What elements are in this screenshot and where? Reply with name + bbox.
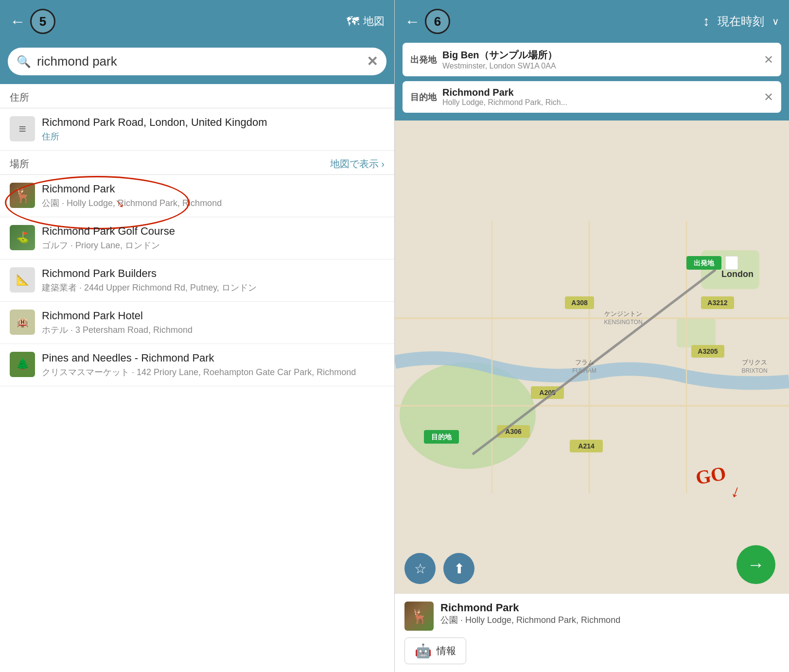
dest-clear-button[interactable]: ✕	[764, 90, 773, 104]
info-button[interactable]: 🤖 情報	[404, 638, 466, 664]
address-result-text: Richmond Park Road, London, United Kingd…	[42, 116, 385, 142]
richmond-park-title: Richmond Park	[42, 183, 385, 195]
golf-course-result[interactable]: ⛳ Richmond Park Golf Course ゴルフ · Priory…	[0, 217, 394, 259]
map-label: 地図	[363, 14, 385, 29]
current-time-label[interactable]: 現在時刻	[718, 14, 764, 29]
address-icon: ≡	[10, 116, 35, 141]
address-section-label: 住所	[0, 84, 394, 108]
back-button[interactable]: ←	[10, 13, 25, 31]
address-result-item[interactable]: ≡ Richmond Park Road, London, United Kin…	[0, 108, 394, 151]
pines-icon: 🌲	[10, 352, 35, 377]
origin-address: Westminster, London SW1A 0AA	[442, 62, 758, 70]
pines-subtitle: クリスマスマーケット · 142 Priory Lane, Roehampton…	[42, 366, 385, 378]
right-panel: ← 6 ↕ 現在時刻 ∨ 出発地 Big Ben（サンプル場所） Westmin…	[395, 0, 789, 672]
show-map-link[interactable]: 地図で表示 ›	[330, 157, 385, 171]
origin-value: Big Ben（サンプル場所） Westminster, London SW1A…	[442, 49, 758, 70]
richmond-park-result[interactable]: 🦌 Richmond Park 公園 · Holly Lodge, Richmo…	[0, 175, 394, 217]
svg-text:ブリクス: ブリクス	[742, 359, 767, 366]
search-input[interactable]: richmond park	[37, 54, 361, 69]
place-name: Richmond Park	[440, 602, 779, 614]
right-header-center: ↕ 現在時刻 ∨	[703, 14, 779, 29]
richmond-park-text: Richmond Park 公園 · Holly Lodge, Richmond…	[42, 183, 385, 209]
pines-title: Pines and Needles - Richmond Park	[42, 352, 385, 364]
go-arrow-icon: →	[747, 554, 765, 575]
chevron-down-icon[interactable]: ∨	[772, 16, 779, 27]
svg-text:出発地: 出発地	[694, 259, 715, 267]
search-bar[interactable]: 🔍 richmond park ✕	[8, 48, 386, 75]
golf-subtitle: ゴルフ · Priory Lane, ロンドン	[42, 240, 385, 251]
dest-field[interactable]: 目的地 Richmond Park Holly Lodge, Richmond …	[403, 81, 781, 113]
builders-result[interactable]: 📐 Richmond Park Builders 建築業者 · 244d Upp…	[0, 259, 394, 302]
map-area[interactable]: A308 A3212 A3205 A205 A306 A214 ケンジントン K…	[395, 121, 789, 594]
hotel-icon: 🏨	[10, 310, 35, 335]
route-inputs: 出発地 Big Ben（サンプル場所） Westminster, London …	[395, 43, 789, 121]
bottom-panel: 🦌 Richmond Park 公園 · Holly Lodge, Richmo…	[395, 594, 789, 672]
hotel-subtitle: ホテル · 3 Petersham Road, Richmond	[42, 324, 385, 336]
header-right: 🗺 地図	[347, 14, 385, 29]
svg-text:BRIXTON: BRIXTON	[741, 367, 767, 374]
golf-title: Richmond Park Golf Course	[42, 225, 385, 238]
step-indicator: 5	[30, 9, 55, 34]
search-icon: 🔍	[17, 55, 31, 69]
origin-name: Big Ben（サンプル場所）	[442, 49, 758, 62]
svg-text:A3212: A3212	[707, 299, 727, 307]
star-icon: ☆	[414, 561, 426, 577]
svg-text:フラム: フラム	[575, 359, 594, 366]
place-info-row: 🦌 Richmond Park 公園 · Holly Lodge, Richmo…	[404, 602, 779, 631]
right-step-indicator: 6	[425, 9, 450, 34]
dest-value: Richmond Park Holly Lodge, Richmond Park…	[442, 87, 758, 107]
info-label: 情報	[437, 644, 456, 657]
share-icon: ⬆	[454, 561, 465, 577]
deer-thumbnail: 🦌	[10, 183, 35, 208]
svg-text:KENSINGTON: KENSINGTON	[604, 319, 642, 326]
hotel-title: Richmond Park Hotel	[42, 310, 385, 322]
svg-text:A214: A214	[578, 442, 595, 450]
origin-clear-button[interactable]: ✕	[764, 53, 773, 67]
dest-name: Richmond Park	[442, 87, 758, 98]
search-bar-container: 🔍 richmond park ✕	[0, 43, 394, 84]
svg-text:目的地: 目的地	[431, 433, 452, 441]
places-label: 場所	[10, 157, 29, 171]
svg-text:FULHAM: FULHAM	[572, 367, 596, 374]
svg-text:A308: A308	[571, 299, 588, 307]
origin-field[interactable]: 出発地 Big Ben（サンプル場所） Westminster, London …	[403, 43, 781, 76]
right-header-left: ← 6	[404, 9, 450, 34]
right-back-button[interactable]: ←	[404, 13, 420, 31]
place-thumbnail: 🦌	[404, 602, 434, 631]
clear-button[interactable]: ✕	[367, 53, 378, 69]
go-button[interactable]: →	[736, 545, 775, 584]
left-panel: ← 5 🗺 地図 🔍 richmond park ✕ 住所 ≡ Richmond…	[0, 0, 395, 672]
richmond-park-icon: 🦌	[10, 183, 35, 208]
builder-icon: 📐	[10, 267, 35, 293]
richmond-park-subtitle: 公園 · Holly Lodge, Richmond Park, Richmon…	[42, 197, 385, 209]
deer-thumb-right: 🦌	[404, 602, 434, 631]
svg-rect-3	[677, 318, 716, 347]
map-svg: A308 A3212 A3205 A205 A306 A214 ケンジントン K…	[395, 121, 789, 594]
svg-text:London: London	[721, 269, 754, 279]
places-section-header: 場所 地図で表示 ›	[0, 151, 394, 175]
action-buttons: ☆ ⬆	[404, 553, 474, 584]
golf-icon: ⛳	[10, 225, 35, 250]
dest-address: Holly Lodge, Richmond Park, Rich...	[442, 98, 758, 107]
sort-icon[interactable]: ↕	[703, 14, 710, 29]
left-header: ← 5 🗺 地図	[0, 0, 394, 43]
pines-result[interactable]: 🌲 Pines and Needles - Richmond Park クリスマ…	[0, 344, 394, 386]
golf-text: Richmond Park Golf Course ゴルフ · Priory L…	[42, 225, 385, 251]
header-left: ← 5	[10, 9, 55, 34]
share-button[interactable]: ⬆	[443, 553, 474, 584]
hotel-text: Richmond Park Hotel ホテル · 3 Petersham Ro…	[42, 310, 385, 336]
svg-rect-31	[725, 256, 738, 270]
address-result-subtitle: 住所	[42, 131, 385, 142]
address-result-title: Richmond Park Road, London, United Kingd…	[42, 116, 385, 129]
svg-text:A3205: A3205	[698, 347, 718, 355]
right-header: ← 6 ↕ 現在時刻 ∨	[395, 0, 789, 43]
info-icon: 🤖	[415, 643, 432, 659]
map-icon: 🗺	[347, 14, 359, 29]
hotel-result[interactable]: 🏨 Richmond Park Hotel ホテル · 3 Petersham …	[0, 302, 394, 344]
star-button[interactable]: ☆	[404, 553, 436, 584]
builder-title: Richmond Park Builders	[42, 267, 385, 280]
svg-text:ケンジントン: ケンジントン	[604, 310, 642, 317]
place-details: Richmond Park 公園 · Holly Lodge, Richmond…	[440, 602, 779, 626]
pines-text: Pines and Needles - Richmond Park クリスマスマ…	[42, 352, 385, 378]
builder-text: Richmond Park Builders 建築業者 · 244d Upper…	[42, 267, 385, 293]
